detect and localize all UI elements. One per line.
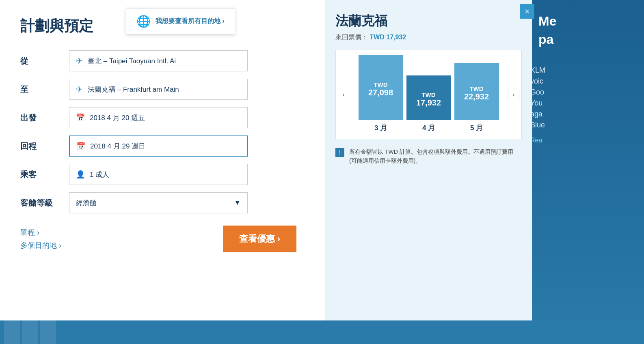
bar-amount-0: 27,098 — [368, 88, 393, 97]
main-modal: 計劃與預定 🌐 我想要查看所有目的地 › 從 ✈ 臺北 – Taipei Tao… — [0, 0, 532, 320]
passengers-label: 乘客 — [20, 169, 69, 180]
chart-bar-group-1: TWD 17,932 4 月 — [406, 75, 451, 133]
calendar-icon-depart: 📅 — [76, 113, 85, 122]
return-row: 回程 📅 2018 4 月 29 週日 — [20, 135, 305, 157]
left-panel: 計劃與預定 🌐 我想要查看所有目的地 › 從 ✈ 臺北 – Taipei Tao… — [0, 0, 325, 320]
bar-amount-2: 22,932 — [464, 92, 489, 101]
right-background-panel: Me pa KLM voic Goo You aga Blue Rea — [530, 0, 644, 344]
bar-month-2: 5 月 — [470, 123, 483, 133]
price-notice: ! 所有金額皆以 TWD 計算。包含稅項與額外費用。不適用預訂費用 (可能適用信… — [335, 147, 522, 166]
return-value: 2018 4 月 29 週日 — [90, 142, 145, 151]
bottom-area: 單程 › 多個目的地 › 查看優惠 › — [20, 226, 305, 252]
bar-month-1: 4 月 — [422, 123, 435, 133]
bar-month-0: 3 月 — [374, 123, 387, 133]
return-input[interactable]: 📅 2018 4 月 29 週日 — [69, 135, 248, 157]
to-label: 至 — [20, 84, 69, 95]
from-row: 從 ✈ 臺北 – Taipei Taoyuan Intl. Ai — [20, 50, 305, 71]
cabin-value: 經濟艙 — [76, 198, 97, 208]
price-row: 來回票價： TWD 17,932 — [335, 33, 522, 42]
chart-nav-right[interactable]: › — [508, 89, 519, 100]
depart-label: 出發 — [20, 112, 69, 123]
to-input[interactable]: ✈ 法蘭克福 – Frankfurt am Main — [69, 79, 248, 100]
bottom-nav-item-1[interactable] — [22, 320, 38, 344]
calendar-icon-return: 📅 — [76, 142, 85, 150]
bottom-nav-item-0[interactable] — [4, 320, 20, 344]
to-value: 法蘭克福 – Frankfurt am Main — [88, 85, 179, 94]
destination-name: 法蘭克福 — [335, 12, 522, 30]
right-bg-read-more: Rea — [530, 137, 644, 144]
bar-currency-2: TWD — [469, 85, 483, 92]
right-panel: 法蘭克福 來回票價： TWD 17,932 ‹ TWD 27,098 3 月 T… — [325, 0, 532, 320]
depart-input[interactable]: 📅 2018 4 月 20 週五 — [69, 107, 248, 128]
search-button-label: 查看優惠 › — [239, 233, 280, 245]
return-label: 回程 — [20, 141, 69, 152]
all-destinations-button[interactable]: 🌐 我想要查看所有目的地 › — [126, 8, 235, 34]
bottom-nav-bar — [0, 320, 644, 344]
chart-bar-1[interactable]: TWD 17,932 — [406, 75, 451, 120]
right-bg-large-text: Me pa — [530, 0, 644, 61]
chart-bar-group-2: TWD 22,932 5 月 — [454, 63, 499, 133]
price-value: TWD 17,932 — [370, 34, 406, 41]
price-chart: ‹ TWD 27,098 3 月 TWD 17,932 4 月 — [335, 50, 522, 139]
chart-bar-2[interactable]: TWD 22,932 — [454, 63, 499, 120]
chart-nav-left[interactable]: ‹ — [338, 89, 349, 100]
passengers-value: 1 成人 — [90, 170, 109, 179]
cabin-select[interactable]: 經濟艙 ▼ — [69, 192, 248, 213]
close-button[interactable]: × — [520, 4, 534, 19]
bar-amount-1: 17,932 — [416, 98, 441, 108]
right-bg-subtext: KLM voic Goo You aga Blue — [530, 65, 644, 131]
bar-currency-1: TWD — [421, 91, 435, 98]
chart-bar-0[interactable]: TWD 27,098 — [359, 55, 403, 120]
price-label-text: 來回票價： — [335, 34, 368, 41]
from-value: 臺北 – Taipei Taoyuan Intl. Ai — [88, 56, 176, 66]
bar-currency-0: TWD — [374, 81, 387, 88]
globe-icon: 🌐 — [136, 15, 151, 28]
one-way-link[interactable]: 單程 › — [20, 228, 61, 237]
from-label: 從 — [20, 56, 69, 67]
depart-value: 2018 4 月 20 週五 — [90, 113, 145, 123]
search-button[interactable]: 查看優惠 › — [223, 226, 296, 252]
cabin-row: 客艙等級 經濟艙 ▼ — [20, 192, 305, 213]
destination-btn-label: 我想要查看所有目的地 › — [156, 17, 225, 26]
from-input[interactable]: ✈ 臺北 – Taipei Taoyuan Intl. Ai — [69, 50, 248, 71]
chart-bar-group-0: TWD 27,098 3 月 — [359, 55, 403, 133]
passengers-input[interactable]: 👤 1 成人 — [69, 164, 248, 185]
to-row: 至 ✈ 法蘭克福 – Frankfurt am Main — [20, 79, 305, 100]
plane-icon-to: ✈ — [76, 84, 83, 94]
notice-text: 所有金額皆以 TWD 計算。包含稅項與額外費用。不適用預訂費用 (可能適用信用卡… — [349, 147, 522, 166]
notice-icon: ! — [335, 148, 344, 157]
chevron-down-icon: ▼ — [234, 199, 241, 207]
depart-row: 出發 📅 2018 4 月 20 週五 — [20, 107, 305, 128]
plane-icon-from: ✈ — [76, 56, 83, 66]
bottom-nav-item-2[interactable] — [40, 320, 56, 344]
multi-dest-link[interactable]: 多個目的地 › — [20, 241, 61, 250]
nav-links: 單程 › 多個目的地 › — [20, 228, 61, 250]
passengers-row: 乘客 👤 1 成人 — [20, 164, 305, 185]
person-icon: 👤 — [76, 170, 85, 179]
cabin-label: 客艙等級 — [20, 198, 69, 209]
